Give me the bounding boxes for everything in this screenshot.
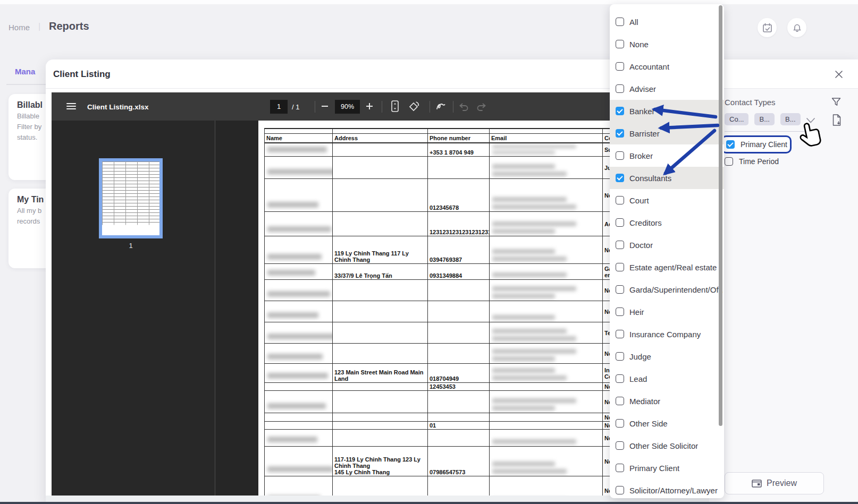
toolbar-divider (453, 101, 453, 113)
dropdown-item-creditors[interactable]: Creditors (610, 211, 724, 234)
filter-icon[interactable] (831, 96, 843, 108)
checkbox-icon[interactable] (616, 241, 624, 249)
table-cell (428, 280, 490, 301)
dropdown-item-doctor[interactable]: Doctor (610, 234, 724, 256)
report-options-panel: Contact Types Co...B...B... (709, 89, 858, 504)
dropdown-item-adviser[interactable]: Adviser (610, 78, 724, 100)
dropdown-item-consultants[interactable]: Consultants (610, 167, 724, 189)
dropdown-item-accountant[interactable]: Accountant (610, 55, 724, 78)
checkbox-icon[interactable] (616, 129, 624, 138)
thumbnail-preview (102, 161, 159, 235)
zoom-level-input[interactable]: 90% (335, 100, 360, 114)
dropdown-item-court[interactable]: Court (610, 189, 724, 211)
dropdown-item-insurance-company[interactable]: Insurance Company (610, 323, 724, 345)
checkbox-icon[interactable] (616, 419, 624, 428)
fit-to-page-icon[interactable] (390, 100, 400, 113)
dropdown-item-label: Barrister (629, 129, 660, 138)
breadcrumb-home[interactable]: Home (9, 23, 30, 32)
redacted-email (492, 204, 576, 209)
menu-icon[interactable] (66, 103, 76, 110)
checkbox-icon[interactable] (616, 18, 624, 26)
rotate-icon[interactable] (408, 101, 420, 113)
table-cell (265, 129, 333, 133)
zoom-out-button[interactable] (321, 99, 329, 113)
checkbox-icon[interactable] (616, 285, 624, 294)
notifications-button[interactable] (787, 18, 806, 37)
table-cell (333, 179, 428, 211)
table-cell (490, 322, 603, 343)
signature-icon[interactable] (435, 101, 447, 113)
checkbox-icon[interactable] (616, 330, 624, 338)
time-period-option[interactable]: Time Period (725, 157, 779, 166)
page-thumbnail[interactable] (99, 158, 163, 238)
redacted-email (492, 145, 576, 148)
redo-icon[interactable] (476, 101, 486, 112)
dropdown-item-heir[interactable]: Heir (610, 301, 724, 323)
checkbox-icon[interactable] (616, 174, 624, 182)
dropdown-item-label: All (629, 18, 638, 27)
close-button[interactable] (834, 68, 847, 81)
table-cell (490, 413, 603, 421)
checkbox-icon[interactable] (616, 263, 624, 271)
checkbox-icon[interactable] (616, 486, 624, 494)
chevron-down-icon[interactable] (806, 116, 817, 125)
time-period-checkbox[interactable] (725, 157, 733, 166)
dropdown-item-banker[interactable]: Banker (610, 100, 724, 122)
close-icon (834, 70, 847, 79)
page-number-input[interactable]: 1 (270, 100, 288, 114)
checkbox-icon[interactable] (616, 218, 624, 227)
table-cell (265, 422, 333, 429)
primary-client-checkbox[interactable] (726, 140, 735, 149)
checkbox-icon[interactable] (616, 151, 624, 160)
undo-icon[interactable] (459, 101, 469, 112)
table-cell (265, 391, 333, 413)
checkbox-icon[interactable] (616, 397, 624, 405)
dropdown-item-estate-agent-real-estate[interactable]: Estate agent/Real estate (610, 256, 724, 278)
dropdown-scrollbar[interactable] (719, 5, 722, 426)
contact-type-chip[interactable]: B... (754, 113, 775, 125)
zoom-in-button[interactable] (365, 99, 374, 113)
primary-client-option[interactable]: Primary Client (721, 135, 792, 153)
table-cell: 119 Ly Chinh Thang 117 Ly Chinh Thang (333, 236, 428, 263)
checkbox-icon[interactable] (616, 107, 624, 115)
checkbox-icon[interactable] (616, 84, 624, 93)
sidebar-tab-manage[interactable]: Mana (15, 67, 46, 76)
redacted-name (267, 373, 328, 379)
dropdown-item-other-side-solicitor[interactable]: Other Side Solicitor (610, 434, 724, 457)
contact-type-chip[interactable]: B... (780, 113, 801, 125)
checkbox-icon[interactable] (616, 40, 624, 48)
redacted-email (492, 294, 555, 298)
dropdown-item-broker[interactable]: Broker (610, 144, 724, 167)
calendar-button[interactable] (758, 18, 777, 37)
dropdown-item-mediator[interactable]: Mediator (610, 390, 724, 412)
dropdown-item-solicitor-attorney-lawyer[interactable]: Solicitor/Attorney/Lawyer (610, 479, 724, 498)
dropdown-item-lead[interactable]: Lead (610, 368, 724, 390)
top-strip (0, 0, 858, 4)
checkbox-icon[interactable] (616, 196, 624, 204)
checkbox-icon[interactable] (616, 352, 624, 361)
preview-button[interactable]: Preview (725, 472, 824, 494)
dropdown-item-garda-superintendent-offi-[interactable]: Garda/Superintendent/Offi... (610, 278, 724, 301)
checkbox-icon[interactable] (616, 464, 624, 472)
checkbox-icon[interactable] (616, 374, 624, 383)
checkbox-icon[interactable] (616, 441, 624, 450)
dropdown-item-barrister[interactable]: Barrister (610, 122, 724, 144)
checkbox-icon[interactable] (616, 62, 624, 71)
dropdown-item-label: Primary Client (629, 464, 679, 473)
table-cell: 012345678 (428, 179, 490, 211)
dropdown-item-label: Mediator (629, 397, 660, 406)
dropdown-item-judge[interactable]: Judge (610, 345, 724, 368)
table-cell (490, 143, 603, 156)
dropdown-item-primary-client[interactable]: Primary Client (610, 457, 724, 479)
redacted-email (492, 398, 576, 403)
table-cell (490, 129, 603, 133)
dropdown-item-other-side[interactable]: Other Side (610, 412, 724, 434)
table-cell (333, 143, 428, 156)
bell-icon (792, 23, 802, 33)
dropdown-item-none[interactable]: None (610, 33, 724, 55)
checkbox-icon[interactable] (616, 307, 624, 316)
dropdown-item-all[interactable]: All (610, 11, 724, 33)
export-document-icon[interactable] (831, 114, 843, 126)
contact-type-chip[interactable]: Co... (725, 113, 748, 125)
table-cell (490, 422, 603, 429)
